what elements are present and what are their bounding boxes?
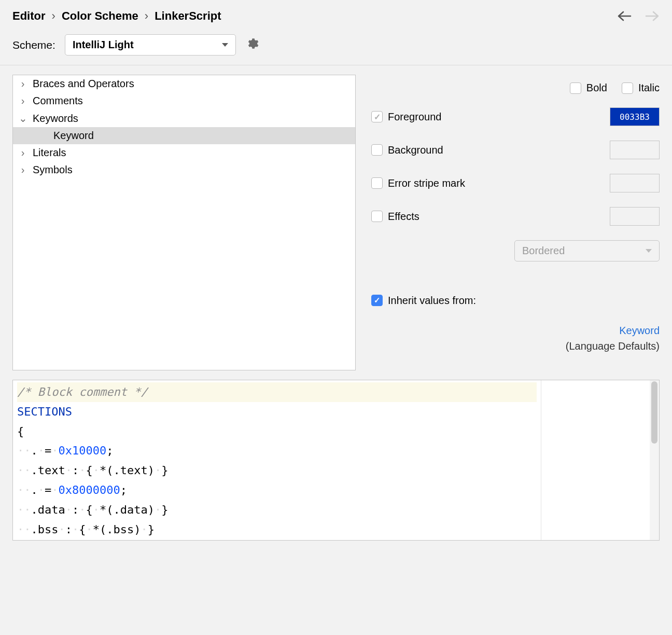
italic-checkbox[interactable]: Italic <box>622 82 660 94</box>
chevron-right-icon: › <box>18 78 27 90</box>
effects-color[interactable] <box>610 207 660 226</box>
scheme-label: Scheme: <box>12 39 55 51</box>
tree-item-keyword[interactable]: Keyword <box>13 127 355 144</box>
chevron-down-icon <box>222 43 228 47</box>
tree-item-comments[interactable]: › Comments <box>13 92 355 109</box>
chevron-right-icon: › <box>52 9 55 23</box>
tree-item-literals[interactable]: › Literals <box>13 144 355 161</box>
preview-gutter <box>541 380 650 540</box>
preview-panel: /* Block comment */SECTIONS { ·· . = .·=… <box>12 380 660 541</box>
foreground-color[interactable]: 0033B3 <box>610 107 660 126</box>
background-color[interactable] <box>610 141 660 159</box>
chevron-right-icon: › <box>145 9 148 23</box>
scheme-select[interactable]: IntelliJ Light <box>65 34 236 56</box>
gear-icon[interactable] <box>245 37 259 53</box>
breadcrumb: Editor › Color Scheme › LinkerScript <box>12 9 221 23</box>
attribute-tree[interactable]: › Braces and Operators › Comments ⌄ Keyw… <box>12 75 356 370</box>
inherit-checkbox[interactable]: Inherit values from: <box>371 293 476 308</box>
tree-item-symbols[interactable]: › Symbols <box>13 161 355 178</box>
bold-checkbox[interactable]: Bold <box>570 82 607 94</box>
chevron-right-icon: › <box>18 164 27 176</box>
scheme-value: IntelliJ Light <box>73 39 134 51</box>
back-button[interactable] <box>617 10 632 22</box>
inherit-source: (Language Defaults) <box>566 340 660 352</box>
chevron-right-icon: › <box>18 95 27 107</box>
tree-item-keywords[interactable]: ⌄ Keywords <box>13 109 355 127</box>
tree-item-braces[interactable]: › Braces and Operators <box>13 75 355 92</box>
effects-checkbox[interactable]: Effects <box>371 211 419 223</box>
inherit-link[interactable]: Keyword <box>619 325 660 336</box>
error-stripe-color[interactable] <box>610 174 660 192</box>
chevron-down-icon: ⌄ <box>18 112 27 125</box>
effects-type-select[interactable]: Bordered <box>514 240 660 261</box>
error-stripe-checkbox[interactable]: Error stripe mark <box>371 177 465 189</box>
properties-panel: Bold Italic Foreground 0033B3 Background <box>371 75 660 370</box>
scrollbar[interactable] <box>650 380 659 540</box>
breadcrumb-item[interactable]: Color Scheme <box>62 9 138 23</box>
breadcrumb-item[interactable]: Editor <box>12 9 46 23</box>
background-checkbox[interactable]: Background <box>371 144 443 156</box>
chevron-down-icon <box>646 249 652 253</box>
foreground-checkbox[interactable]: Foreground <box>371 111 441 123</box>
chevron-right-icon: › <box>18 147 27 159</box>
code-preview[interactable]: /* Block comment */SECTIONS { ·· . = .·=… <box>13 380 541 540</box>
forward-button <box>645 10 660 22</box>
breadcrumb-item: LinkerScript <box>155 9 221 23</box>
